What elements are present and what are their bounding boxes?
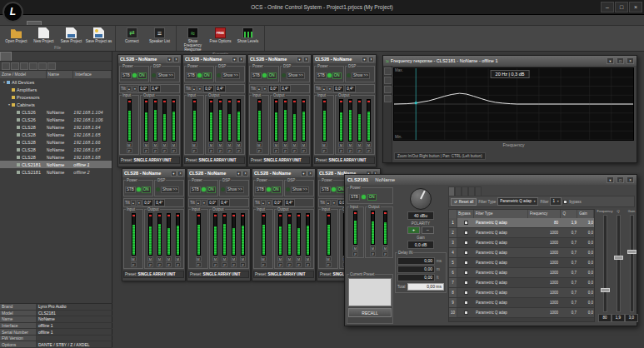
mute-button[interactable]: M — [338, 142, 344, 147]
tree-row[interactable]: CLS28 NoName 192.168.1.67 — [0, 146, 112, 153]
zoom-mode-icon[interactable] — [384, 67, 392, 75]
mute-button[interactable]: M — [227, 142, 232, 147]
free-options-button[interactable]: FREE Free Options — [207, 27, 234, 52]
freq-plot[interactable] — [393, 67, 634, 141]
delay-value[interactable]: 0,00 — [397, 266, 435, 273]
show-levels-button[interactable]: Show Levels — [234, 27, 262, 52]
tree-row[interactable]: CLS28 NoName 192.168.1.64 — [0, 123, 112, 131]
tilt-down-icon[interactable]: ▾ — [132, 86, 137, 92]
peq-table-row[interactable]: 7 Parametric Q adap 1000 0,7 0,0 — [449, 278, 594, 288]
panel-collapse-icon[interactable]: ▾ — [171, 171, 177, 176]
tilt-up-icon[interactable]: ▴ — [257, 86, 262, 92]
polarity-button[interactable]: P — [305, 262, 311, 267]
bypass-checkbox[interactable] — [464, 281, 468, 285]
tilt-up-icon[interactable]: ▴ — [322, 86, 327, 92]
mute-button[interactable]: M — [217, 142, 223, 147]
polarity-button[interactable]: P — [212, 262, 218, 267]
show-dsp-button[interactable]: Show >> — [161, 186, 179, 193]
mute-button[interactable]: M — [282, 142, 288, 147]
polarity-button[interactable]: P — [143, 148, 149, 153]
mute-button[interactable]: M — [366, 142, 372, 147]
device-panel-titlebar[interactable]: CLS28 - NoName ▾ × — [252, 169, 315, 177]
bypass-checkbox[interactable] — [464, 261, 468, 265]
mute-button[interactable]: M — [175, 256, 181, 261]
on-button[interactable]: ON — [367, 194, 377, 201]
mute-button[interactable]: M — [273, 142, 279, 147]
standby-button[interactable]: STB — [186, 72, 197, 79]
bypass-checkbox[interactable] — [464, 311, 468, 315]
polarity-button[interactable]: P — [222, 262, 227, 267]
tilt-up-icon[interactable]: ▴ — [196, 200, 201, 206]
tree-row[interactable]: CLS26 NoName 192.168.1.104 — [0, 108, 112, 116]
reset-all-button[interactable]: ↺ Reset all — [451, 198, 477, 206]
peq-table-row[interactable]: 9 Parametric Q adap 1000 0,7 0,0 — [449, 298, 594, 308]
on-button[interactable]: ON — [332, 72, 342, 79]
polarity-button[interactable]: P — [166, 262, 172, 267]
slider-value[interactable]: 80 — [598, 314, 612, 322]
peq-table-row[interactable]: 8 Parametric Q adap 1000 0,7 0,0 — [449, 288, 594, 298]
speaker-list-button[interactable]: Speaker List — [146, 27, 173, 45]
bypass-checkbox[interactable] — [464, 251, 468, 255]
freq-collapse-icon[interactable]: ▾ — [607, 57, 614, 64]
polarity-button[interactable]: P — [147, 262, 153, 267]
on-button[interactable]: ON — [207, 186, 216, 193]
tilt-down-icon[interactable]: ▾ — [267, 200, 272, 206]
mute-button[interactable]: M — [196, 256, 202, 261]
mute-button[interactable]: M — [326, 256, 332, 261]
bypass-checkbox[interactable] — [464, 221, 468, 225]
polarity-button[interactable]: P — [338, 148, 344, 153]
new-project-button[interactable]: New Project — [30, 27, 57, 45]
detail-tab[interactable] — [475, 186, 482, 196]
show-dsp-button[interactable]: Show >> — [226, 186, 244, 193]
panel-close-icon[interactable]: × — [177, 171, 183, 176]
mute-button[interactable]: M — [277, 256, 283, 261]
panel-close-icon[interactable]: × — [238, 57, 244, 62]
gain-value[interactable]: 0,0 dB — [407, 241, 434, 249]
mute-button[interactable]: M — [240, 256, 246, 261]
mute-button[interactable]: M — [357, 142, 362, 147]
panel-close-icon[interactable]: × — [368, 57, 374, 62]
detail-collapse-icon[interactable]: ▾ — [607, 176, 614, 183]
mute-button[interactable]: M — [301, 142, 307, 147]
panel-collapse-icon[interactable]: ▾ — [362, 57, 367, 62]
add-device-icon[interactable] — [20, 62, 28, 70]
param-slider[interactable] — [617, 215, 621, 312]
detail-tab[interactable] — [468, 186, 475, 196]
grid-icon[interactable] — [384, 86, 392, 93]
slider-value[interactable]: 1,9 — [612, 314, 625, 322]
peq-table-row[interactable]: 1 Parametric Q adap 80 1,9 3,0 — [449, 218, 594, 228]
mute-button[interactable]: M — [171, 142, 177, 147]
polarity-button[interactable]: P — [157, 262, 162, 267]
mute-button[interactable]: M — [162, 142, 167, 147]
device-panel-titlebar[interactable]: CLS28 - NoName ▾ × — [313, 55, 376, 63]
connect-button[interactable]: Connect — [118, 27, 146, 45]
slider-thumb[interactable] — [627, 250, 637, 254]
ribbon-tab[interactable] — [27, 21, 42, 25]
filter-select[interactable]: 1 ▼ — [550, 197, 562, 206]
mute-button[interactable]: M — [382, 246, 388, 251]
polarity-button[interactable]: P — [357, 148, 362, 153]
standby-button[interactable]: STB — [190, 186, 201, 193]
mute-button[interactable]: M — [322, 142, 327, 147]
minimize-button[interactable]: – — [601, 2, 614, 12]
freq-window-titlebar[interactable]: ≈ Frequency response - CLS2181 - NoName … — [383, 56, 637, 66]
tree-row[interactable]: Amplifiers — [0, 86, 112, 93]
ribbon-tab[interactable] — [42, 20, 57, 25]
on-button[interactable]: ON — [142, 186, 151, 193]
slider-thumb[interactable] — [601, 288, 610, 292]
open-project-button[interactable]: Open Project — [2, 27, 30, 45]
mute-button[interactable]: M — [352, 246, 358, 251]
mute-button[interactable]: M — [222, 256, 227, 261]
panel-collapse-icon[interactable]: ▾ — [236, 171, 242, 176]
standby-button[interactable]: STB — [121, 72, 132, 79]
standby-button[interactable]: STB — [316, 72, 327, 79]
show-dsp-button[interactable]: Show >> — [222, 72, 240, 79]
recall-button[interactable]: RECALL — [348, 308, 392, 317]
polarity-button[interactable]: P — [366, 148, 372, 153]
tree-row[interactable]: CLS28 NoName 192.168.1.68 — [0, 153, 112, 161]
polarity-button[interactable]: P — [162, 148, 167, 153]
capture-icon[interactable] — [384, 95, 392, 102]
polarity-button[interactable]: P — [277, 262, 283, 267]
mute-button[interactable]: M — [131, 256, 137, 261]
tilt-up-icon[interactable]: ▴ — [261, 200, 266, 206]
